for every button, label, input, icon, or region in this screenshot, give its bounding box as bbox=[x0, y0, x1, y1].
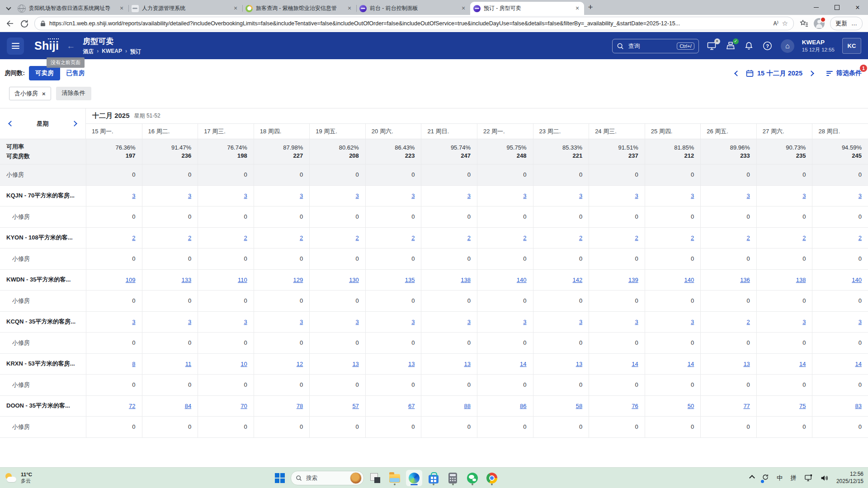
availability-link[interactable]: 3 bbox=[188, 192, 191, 199]
toggle-active-button[interactable]: 可卖房 bbox=[29, 66, 60, 80]
ime-pinyin-indicator[interactable]: 拼 bbox=[790, 474, 797, 482]
taskbar-search-input[interactable] bbox=[305, 474, 347, 482]
availability-link[interactable]: 2 bbox=[802, 235, 806, 241]
prev-date-icon[interactable] bbox=[734, 70, 740, 76]
prev-week-icon[interactable] bbox=[8, 121, 14, 127]
browser-tab[interactable]: 前台 - 前台控制面板× bbox=[356, 2, 470, 15]
taskbar-clock[interactable]: 12:56 2025/12/15 bbox=[836, 471, 863, 485]
availability-link[interactable]: 3 bbox=[802, 319, 806, 325]
availability-link[interactable]: 14 bbox=[799, 361, 806, 367]
availability-link[interactable]: 14 bbox=[632, 361, 638, 367]
filter-chip[interactable]: 含小修房 × bbox=[9, 87, 51, 100]
explorer-app-icon[interactable] bbox=[387, 470, 403, 486]
availability-link[interactable]: 3 bbox=[523, 319, 526, 325]
toggle-inactive-button[interactable]: 已售房 bbox=[60, 66, 91, 80]
availability-link[interactable]: 140 bbox=[852, 277, 862, 283]
availability-link[interactable]: 67 bbox=[408, 403, 415, 409]
new-tab-button[interactable]: + bbox=[584, 1, 597, 14]
availability-link[interactable]: 2 bbox=[747, 235, 750, 241]
tab-close-button[interactable]: × bbox=[574, 5, 581, 12]
date-picker[interactable]: 15 十二月 2025 bbox=[746, 69, 802, 78]
availability-link[interactable]: 2 bbox=[356, 235, 359, 241]
refresh-icon[interactable] bbox=[20, 19, 29, 28]
availability-link[interactable]: 83 bbox=[855, 403, 862, 409]
app-back-icon[interactable]: ← bbox=[66, 41, 75, 51]
availability-link[interactable]: 3 bbox=[411, 192, 415, 199]
availability-link[interactable]: 13 bbox=[408, 361, 415, 367]
back-icon[interactable] bbox=[5, 19, 14, 28]
availability-link[interactable]: 50 bbox=[688, 403, 694, 409]
availability-link[interactable]: 2 bbox=[188, 235, 191, 241]
sync-status-icon[interactable] bbox=[762, 474, 769, 483]
availability-link[interactable]: 78 bbox=[297, 403, 303, 409]
browser-tab[interactable]: 贵阳机场智选假日酒店系统网址导× bbox=[14, 2, 128, 15]
availability-link[interactable]: 86 bbox=[520, 403, 526, 409]
availability-link[interactable]: 3 bbox=[635, 192, 638, 199]
availability-link[interactable]: 70 bbox=[241, 403, 247, 409]
browser-tab[interactable]: 旅客查询 - 紫楠旅馆业治安信息管× bbox=[242, 2, 356, 15]
window-close-button[interactable]: × bbox=[847, 0, 868, 15]
speaker-icon[interactable] bbox=[821, 474, 829, 482]
availability-link[interactable]: 140 bbox=[517, 277, 527, 283]
availability-link[interactable]: 12 bbox=[297, 361, 303, 367]
taskbar-search[interactable] bbox=[291, 471, 364, 485]
availability-link[interactable]: 136 bbox=[740, 277, 750, 283]
read-aloud-icon[interactable]: A) bbox=[773, 20, 778, 27]
browser-update-button[interactable]: 更新 … bbox=[830, 17, 863, 30]
clear-filters-button[interactable]: 清除条件 bbox=[56, 87, 91, 100]
availability-link[interactable]: 3 bbox=[691, 192, 694, 199]
availability-link[interactable]: 13 bbox=[352, 361, 359, 367]
home-icon[interactable]: ⌂ bbox=[781, 39, 794, 53]
availability-link[interactable]: 3 bbox=[579, 192, 582, 199]
availability-link[interactable]: 3 bbox=[802, 192, 806, 199]
chip-remove-icon[interactable]: × bbox=[42, 90, 46, 97]
network-icon[interactable] bbox=[804, 474, 813, 482]
availability-link[interactable]: 3 bbox=[244, 319, 247, 325]
global-search-input[interactable] bbox=[627, 42, 673, 50]
availability-link[interactable]: 138 bbox=[796, 277, 806, 283]
availability-link[interactable]: 13 bbox=[464, 361, 471, 367]
weather-widget[interactable]: 11°C 多云 bbox=[5, 468, 32, 488]
filter-conditions-button[interactable]: 筛选条件 1 bbox=[826, 69, 862, 77]
availability-link[interactable]: 76 bbox=[632, 403, 638, 409]
calculator-app-icon[interactable] bbox=[445, 470, 461, 486]
availability-link[interactable]: 3 bbox=[132, 319, 135, 325]
chrome-app-icon[interactable] bbox=[484, 470, 500, 486]
availability-link[interactable]: 3 bbox=[859, 192, 862, 199]
user-avatar[interactable]: KC bbox=[842, 38, 861, 54]
availability-link[interactable]: 2 bbox=[300, 235, 303, 241]
window-maximize-button[interactable] bbox=[826, 0, 847, 15]
availability-link[interactable]: 3 bbox=[300, 192, 303, 199]
browser-profile-avatar[interactable] bbox=[814, 18, 825, 29]
availability-link[interactable]: 77 bbox=[743, 403, 750, 409]
desktop-app-icon[interactable] bbox=[367, 470, 383, 486]
availability-link[interactable]: 13 bbox=[743, 361, 750, 367]
browser-tab[interactable]: 预订 - 房型可卖× bbox=[470, 2, 584, 15]
availability-link[interactable]: 2 bbox=[132, 235, 135, 241]
availability-link[interactable]: 58 bbox=[576, 403, 582, 409]
availability-link[interactable]: 2 bbox=[411, 235, 415, 241]
ime-mode-indicator[interactable]: 中 bbox=[777, 474, 783, 482]
availability-link[interactable]: 3 bbox=[467, 319, 471, 325]
help-icon[interactable]: ? bbox=[762, 41, 773, 52]
availability-link[interactable]: 3 bbox=[523, 192, 526, 199]
next-date-icon[interactable] bbox=[808, 70, 814, 76]
breadcrumb-item[interactable]: KWEAP bbox=[102, 48, 122, 56]
availability-link[interactable]: 3 bbox=[747, 192, 750, 199]
availability-link[interactable]: 2 bbox=[747, 319, 750, 325]
availability-link[interactable]: 2 bbox=[635, 235, 638, 241]
availability-link[interactable]: 3 bbox=[132, 192, 135, 199]
breadcrumb-item[interactable]: 预订 bbox=[130, 48, 141, 56]
availability-link[interactable]: 129 bbox=[293, 277, 303, 283]
availability-link[interactable]: 3 bbox=[859, 319, 862, 325]
availability-link[interactable]: 84 bbox=[185, 403, 191, 409]
availability-link[interactable]: 75 bbox=[799, 403, 806, 409]
window-minimize-button[interactable] bbox=[806, 0, 826, 15]
availability-link[interactable]: 2 bbox=[691, 235, 694, 241]
hidden-icons-chevron[interactable] bbox=[749, 475, 755, 481]
availability-link[interactable]: 3 bbox=[411, 319, 415, 325]
availability-link[interactable]: 13 bbox=[576, 361, 582, 367]
workstation-status-icon[interactable]: × bbox=[707, 41, 717, 52]
availability-link[interactable]: 133 bbox=[181, 277, 191, 283]
property-block[interactable]: KWEAP 15 12月 12:55 bbox=[802, 39, 835, 53]
